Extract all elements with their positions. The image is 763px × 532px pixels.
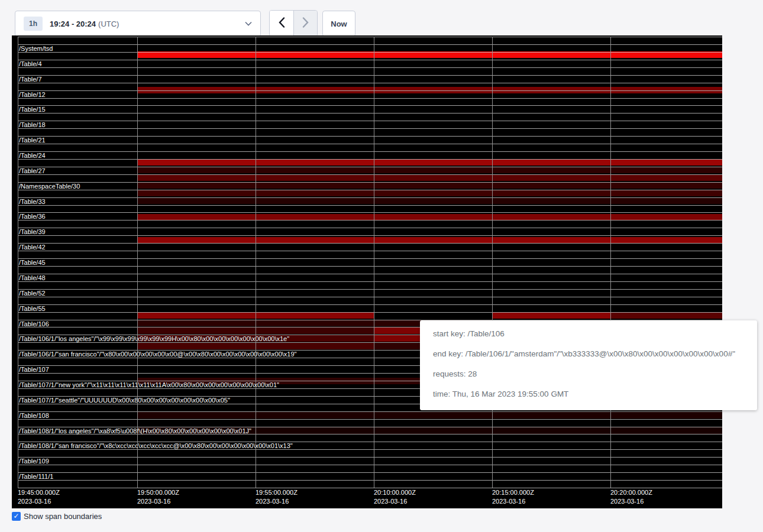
- span-boundary-line: [18, 67, 722, 68]
- x-axis-time-label: 19:45:00.000Z: [18, 488, 60, 497]
- span-label: /Table/107/1/"new york"/"\x11\x11\x11\x1…: [19, 381, 279, 388]
- span-tooltip: start key: /Table/106 end key: /Table/10…: [420, 320, 757, 410]
- span-label: /Table/7: [19, 76, 42, 83]
- tooltip-requests: requests: 28: [433, 364, 744, 384]
- column-boundary-line: [492, 37, 493, 488]
- time-range-text: 19:24 - 20:24: [50, 20, 96, 28]
- span-boundary-line: [18, 128, 722, 129]
- span-label: /Table/52: [19, 290, 46, 297]
- span-boundary-line: [18, 465, 722, 465]
- span-boundary-line: [18, 304, 722, 305]
- x-axis-time-label: 19:50:00.000Z: [137, 488, 179, 497]
- span-boundary-line: [18, 60, 722, 60]
- now-button[interactable]: Now: [322, 11, 355, 37]
- x-axis-date-label: 2023-03-16: [492, 497, 525, 506]
- span-label: /Table/48: [19, 274, 46, 281]
- span-label: /Table/108/1/"san francisco"/"\x8c\xcc\x…: [19, 442, 293, 449]
- key-visualizer-canvas[interactable]: /System/tsd/Table/4/Table/7/Table/12/Tab…: [12, 35, 722, 508]
- span-boundary-line: [18, 197, 722, 198]
- span-boundary-line: [18, 182, 722, 183]
- span-label: /Table/27: [19, 167, 46, 174]
- span-boundary-line: [18, 190, 722, 190]
- x-axis-date-label: 2023-03-16: [610, 497, 644, 506]
- span-label: /Table/111/1: [19, 473, 53, 480]
- span-label: /Table/55: [19, 305, 46, 312]
- span-boundary-line: [18, 37, 722, 37]
- chevron-left-icon: [278, 17, 285, 30]
- heatmap-cell[interactable]: [137, 197, 722, 204]
- chevron-down-icon: [245, 21, 252, 26]
- span-boundary-line: [18, 457, 722, 458]
- heatmap-cell[interactable]: [610, 312, 722, 319]
- span-label: /Table/24: [19, 152, 46, 159]
- span-boundary-line: [18, 312, 722, 313]
- span-boundary-line: [18, 83, 722, 83]
- span-boundary-line: [18, 174, 722, 175]
- span-boundary-line: [18, 297, 722, 297]
- span-boundary-line: [18, 98, 722, 99]
- span-boundary-line: [18, 472, 722, 473]
- span-boundary-line: [18, 449, 722, 450]
- span-boundary-line: [18, 136, 722, 137]
- span-boundary-line: [18, 159, 722, 160]
- heatmap-cell[interactable]: [137, 174, 722, 181]
- span-label: /Table/45: [19, 259, 46, 266]
- span-boundary-line: [18, 274, 722, 274]
- span-boundary-line: [18, 113, 722, 113]
- time-range-select[interactable]: 1h 19:24 - 20:24 (UTC): [15, 11, 261, 37]
- span-label: /Table/36: [19, 213, 46, 220]
- span-boundary-line: [18, 151, 722, 152]
- span-label: /Table/21: [19, 137, 46, 144]
- span-boundary-line: [18, 90, 722, 91]
- span-label: /Table/106/1/"san francisco"/"\x80\x00\x…: [19, 351, 297, 358]
- column-boundary-line: [256, 37, 256, 488]
- time-nav-group: [269, 10, 318, 37]
- heatmap-cell[interactable]: [137, 190, 722, 196]
- column-boundary-line: [137, 37, 138, 488]
- span-boundary-line: [18, 220, 722, 220]
- column-boundary-line: [610, 37, 611, 488]
- chevron-right-icon: [302, 17, 309, 30]
- span-boundary-line: [18, 251, 722, 251]
- x-axis-time-label: 20:15:00.000Z: [492, 488, 534, 497]
- time-range-timezone: (UTC): [98, 20, 119, 28]
- heatmap-cell[interactable]: [137, 167, 722, 173]
- span-boundary-line: [18, 228, 722, 228]
- span-label: /Table/18: [19, 121, 46, 128]
- prev-range-button[interactable]: [270, 11, 293, 36]
- span-label: /Table/106/1/"los angeles"/"\x99\x99\x99…: [19, 335, 289, 342]
- x-axis-time-label: 20:10:00.000Z: [374, 488, 416, 497]
- x-axis-date-label: 2023-03-16: [137, 497, 170, 506]
- heatmap-cell[interactable]: [137, 182, 722, 189]
- span-label: /Table/4: [19, 60, 42, 67]
- show-span-boundaries-checkbox[interactable]: ✓: [12, 512, 21, 521]
- tooltip-end-key: end key: /Table/106/1/"amsterdam"/"\xb33…: [433, 344, 744, 364]
- column-boundary-line: [374, 37, 374, 488]
- span-label: /Table/108: [19, 412, 49, 419]
- heatmap-cell[interactable]: [137, 159, 722, 166]
- span-boundary-line: [18, 281, 722, 282]
- span-boundary-line: [18, 289, 722, 290]
- heatmap-cell[interactable]: [492, 312, 610, 319]
- span-label: /NamespaceTable/30: [19, 183, 80, 190]
- span-boundary-line: [18, 480, 722, 481]
- span-boundary-line: [18, 167, 722, 167]
- span-label: /Table/106: [19, 320, 49, 327]
- span-label: /System/tsd: [19, 45, 53, 52]
- tooltip-time: time: Thu, 16 Mar 2023 19:55:00 GMT: [433, 384, 744, 404]
- span-label: /Table/33: [19, 198, 46, 205]
- span-label: /Table/107: [19, 366, 49, 373]
- span-label: /Table/15: [19, 106, 46, 113]
- span-boundary-line: [18, 205, 722, 206]
- heatmap-cell[interactable]: [137, 412, 722, 419]
- next-range-button[interactable]: [293, 11, 317, 36]
- x-axis-time-label: 20:20:00.000Z: [610, 488, 652, 497]
- span-boundary-line: [18, 44, 722, 45]
- span-boundary-line: [18, 121, 722, 121]
- span-boundary-line: [18, 105, 722, 106]
- x-axis-time-label: 19:55:00.000Z: [256, 488, 298, 497]
- span-boundary-line: [18, 266, 722, 267]
- x-axis-date-label: 2023-03-16: [18, 497, 51, 506]
- tooltip-start-key: start key: /Table/106: [433, 324, 744, 344]
- span-boundary-line: [18, 52, 722, 53]
